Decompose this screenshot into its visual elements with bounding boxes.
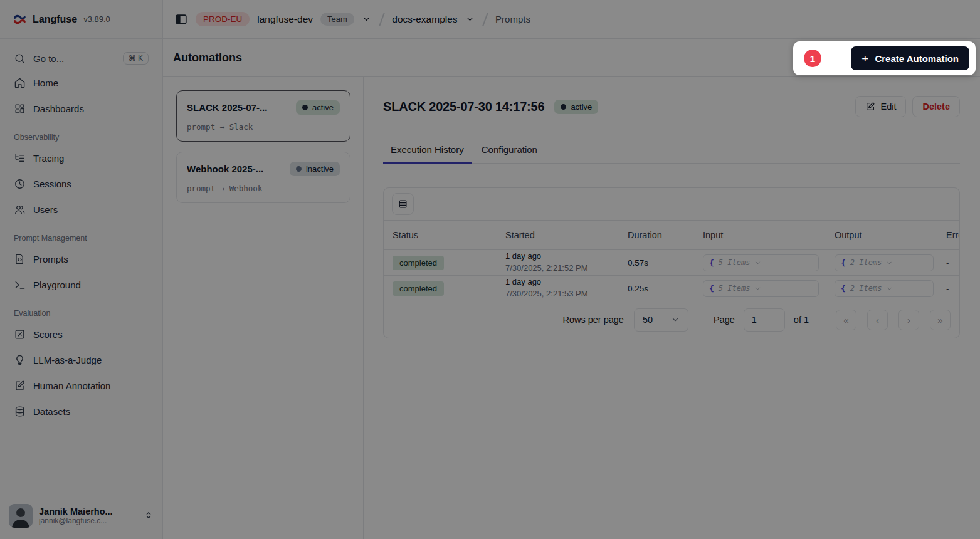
annotation-spotlight: 1 + Create Automation xyxy=(793,41,976,75)
create-automation-label: Create Automation xyxy=(875,53,959,64)
annotation-step-badge: 1 xyxy=(804,50,821,67)
plus-icon: + xyxy=(861,53,868,65)
dim-overlay xyxy=(0,0,980,539)
create-automation-button[interactable]: + Create Automation xyxy=(851,46,969,70)
